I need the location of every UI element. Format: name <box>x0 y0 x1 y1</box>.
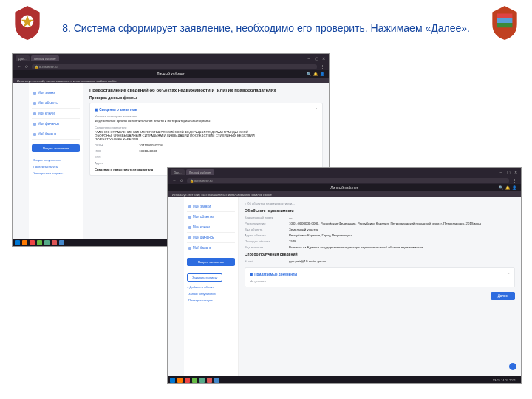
url-input[interactable]: 🔒 lk.rosreestr.ru <box>187 178 509 183</box>
sidebar-link[interactable]: Проверка статуса <box>32 163 80 170</box>
chevron-up-icon: ⌃ <box>507 272 510 276</box>
breadcrumb: ▸ Об объектах недвижимости и и… <box>245 202 515 205</box>
taskbar-app-icon[interactable] <box>177 378 183 383</box>
taskbar-app-icon[interactable] <box>30 240 35 245</box>
sidebar-item[interactable]: Мои объекты <box>32 98 80 109</box>
section-title: Проверка данных формы <box>89 95 323 100</box>
taskbar-app-icon[interactable] <box>59 240 64 245</box>
start-button[interactable] <box>15 240 20 245</box>
sidebar-link[interactable]: Запрос результатов <box>32 157 80 163</box>
sidebar: Мои заявки Мои объекты Мои ключи Мои фин… <box>184 197 239 376</box>
section-title: Об объекте недвижимости <box>245 208 515 213</box>
svg-rect-3 <box>497 23 513 27</box>
back-icon[interactable]: ← <box>17 64 21 69</box>
sidebar-link[interactable]: Электронная подпись <box>32 170 80 177</box>
reload-icon[interactable]: ⟳ <box>180 178 184 183</box>
browser-tab[interactable]: Док… <box>171 169 185 175</box>
svg-rect-2 <box>497 18 513 23</box>
submit-application-button[interactable]: Подать заявление <box>32 144 80 152</box>
sidebar-item[interactable]: Мой баланс <box>32 129 80 140</box>
taskbar-app-icon[interactable] <box>22 240 27 245</box>
minimize-icon[interactable]: – <box>307 56 311 61</box>
help-fab[interactable] <box>509 363 516 370</box>
card-header[interactable]: ▣ Прилагаемые документы ⌃ <box>250 272 510 276</box>
taskbar-app-icon[interactable] <box>44 240 50 245</box>
sidebar-item[interactable]: Мои финансы <box>187 233 235 243</box>
close-icon[interactable]: ✕ <box>321 56 326 61</box>
sidebar-item[interactable]: Мои заявки <box>187 202 235 212</box>
lock-icon: 🔒 <box>35 65 38 69</box>
main-content: ▸ Об объектах недвижимости и и… Об объек… <box>239 197 521 376</box>
site-header: Личный кабинет 🔍 🔔 👤 <box>13 70 329 78</box>
search-icon[interactable]: 🔍 <box>307 72 311 76</box>
sidebar-item[interactable]: Мои заявки <box>32 88 80 98</box>
bell-icon[interactable]: 🔔 <box>505 185 510 190</box>
minimize-icon[interactable]: – <box>499 170 503 174</box>
sidebar-link[interactable]: Проверка статуса <box>187 297 235 304</box>
reload-icon[interactable]: ⟳ <box>24 64 29 69</box>
user-icon[interactable]: 👤 <box>512 185 516 190</box>
karelia-emblem <box>489 4 520 41</box>
mchs-emblem <box>12 4 43 41</box>
menu-icon[interactable]: ⋮ <box>512 178 516 183</box>
page-title: Предоставление сведений об объектах недв… <box>89 88 323 92</box>
browser-tab[interactable]: Личный кабинет <box>186 169 214 175</box>
svg-rect-1 <box>497 14 513 18</box>
next-button[interactable]: Далее <box>491 292 515 300</box>
maximize-icon[interactable]: ▢ <box>506 170 511 174</box>
taskbar-app-icon[interactable] <box>192 378 197 383</box>
back-icon[interactable]: ← <box>172 178 177 183</box>
bell-icon[interactable]: 🔔 <box>313 72 318 76</box>
taskbar-app-icon[interactable] <box>207 378 212 383</box>
close-icon[interactable]: ✕ <box>514 170 518 174</box>
submit-application-button[interactable]: Подать заявление <box>187 258 235 266</box>
sidebar-item[interactable]: Мои финансы <box>32 119 80 129</box>
windows-taskbar: 13:25 14.07.2021 <box>168 376 521 383</box>
menu-icon[interactable]: ⋮ <box>320 64 324 69</box>
lock-icon: 🔒 <box>190 179 194 183</box>
section-title: Способ получения сведений <box>245 252 515 256</box>
taskbar-app-icon[interactable] <box>37 240 42 245</box>
order-extract-button[interactable]: Заказать выписку <box>187 273 222 282</box>
address-bar: ← ⟳ 🔒 lk.rosreestr.ru ⋮ <box>168 177 521 184</box>
sidebar-item[interactable]: Мои объекты <box>187 212 235 222</box>
chevron-up-icon: ⌃ <box>315 107 318 112</box>
start-button[interactable] <box>170 378 175 383</box>
search-icon[interactable]: 🔍 <box>499 185 503 190</box>
user-icon[interactable]: 👤 <box>320 72 324 76</box>
sidebar: Мои заявки Мои объекты Мои ключи Мои фин… <box>29 83 83 239</box>
taskbar-app-icon[interactable] <box>185 378 190 383</box>
browser-tab[interactable]: Личный кабинет <box>31 55 59 61</box>
window-titlebar: Док… Личный кабинет – ▢ ✕ <box>168 168 521 177</box>
browser-tab[interactable]: Док… <box>16 55 30 61</box>
site-header: Личный кабинет 🔍 🔔 👤 <box>168 184 521 191</box>
sidebar-link[interactable]: Запрос результатов <box>187 290 235 297</box>
slide-caption: 8. Система сформирует заявление, необход… <box>55 22 477 34</box>
url-input[interactable]: 🔒 lk.rosreestr.ru <box>32 64 317 69</box>
taskbar-app-icon[interactable] <box>52 240 57 245</box>
sidebar-item[interactable]: Мой баланс <box>187 243 235 253</box>
taskbar-app-icon[interactable] <box>214 378 219 383</box>
taskbar-clock: 13:25 14.07.2021 <box>493 378 519 382</box>
window-titlebar: Док… Личный кабинет – ▢ ✕ <box>13 54 329 63</box>
sidebar-item[interactable]: Мои ключи <box>187 222 235 233</box>
card-header[interactable]: ▣ Сведения о заявителе ⌃ <box>95 107 318 112</box>
sidebar-item[interactable]: Мои ключи <box>32 109 80 119</box>
add-object-link[interactable]: + Добавить объект <box>187 284 214 290</box>
cookie-banner: Используя этот сайт, вы соглашаетесь с и… <box>168 191 521 197</box>
applicant-card: ▣ Сведения о заявителе ⌃ Укажите категор… <box>89 103 323 176</box>
documents-card: ▣ Прилагаемые документы ⌃ Не указано — <box>245 267 515 287</box>
cookie-banner: Используя этот сайт, вы соглашаетесь с и… <box>13 78 329 83</box>
screenshot-lower: Док… Личный кабинет – ▢ ✕ ← ⟳ 🔒 lk.rosre… <box>167 167 522 384</box>
maximize-icon[interactable]: ▢ <box>314 56 318 61</box>
address-bar: ← ⟳ 🔒 lk.rosreestr.ru ⋮ <box>13 63 329 70</box>
taskbar-app-icon[interactable] <box>200 378 205 383</box>
